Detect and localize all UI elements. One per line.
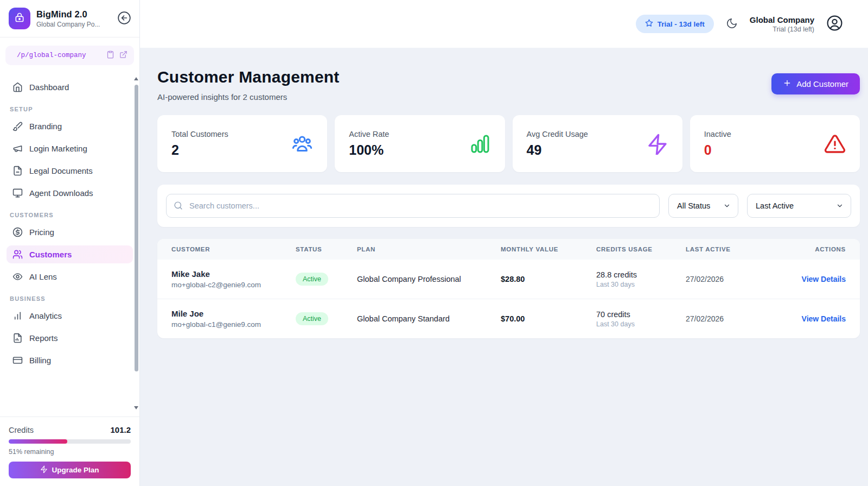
lock-icon — [14, 12, 25, 25]
users-group-icon — [291, 133, 313, 155]
sort-filter-select[interactable]: Last Active — [747, 194, 851, 218]
sidebar-item-legal-documents[interactable]: Legal Documents — [7, 162, 133, 180]
chevron-down-icon — [723, 202, 731, 210]
megaphone-icon — [12, 143, 23, 154]
dark-mode-toggle[interactable] — [726, 17, 738, 31]
column-header-actions: ACTIONS — [786, 246, 846, 253]
stat-value: 100% — [349, 142, 389, 158]
stat-value: 0 — [704, 142, 731, 158]
column-header-plan: PLAN — [357, 246, 501, 253]
credits-usage-period: Last 30 days — [596, 320, 686, 328]
sidebar-scrollbar[interactable] — [134, 77, 139, 409]
monitor-icon — [12, 188, 23, 198]
customer-email: mo+global-c2@genie9.com — [171, 281, 296, 289]
add-customer-label: Add Customer — [796, 79, 848, 89]
sidebar-item-label: Customers — [29, 250, 72, 259]
page-content: Customer Management AI-powered insights … — [140, 48, 868, 486]
moon-icon — [726, 17, 738, 31]
customer-name: Mile Joe — [171, 309, 296, 318]
upgrade-plan-label: Upgrade Plan — [52, 466, 99, 474]
add-customer-button[interactable]: Add Customer — [771, 73, 860, 94]
stat-label: Avg Credit Usage — [527, 130, 588, 138]
eye-icon — [12, 272, 23, 282]
trial-badge: Trial - 13d left — [636, 15, 714, 33]
sidebar-item-pricing[interactable]: Pricing — [7, 223, 133, 241]
credits-progress-fill — [9, 439, 67, 444]
plan-name: Global Company Standard — [357, 314, 501, 323]
view-details-link[interactable]: View Details — [802, 314, 846, 323]
stat-card-avg-credit-usage: Avg Credit Usage49 — [513, 115, 682, 172]
credit-card-icon — [12, 355, 23, 365]
collapse-sidebar-button[interactable] — [117, 11, 132, 26]
credits-footer: Credits 101.2 51% remaining Upgrade Plan — [0, 416, 139, 486]
page-title: Customer Management — [157, 68, 340, 86]
file-text-icon — [12, 166, 23, 176]
plus-icon — [783, 79, 792, 89]
credits-value: 101.2 — [110, 425, 131, 434]
search-input[interactable] — [166, 194, 660, 218]
column-header-customer: CUSTOMER — [171, 246, 296, 253]
column-header-last-active: LAST ACTIVE — [686, 246, 786, 253]
table-body: Mike Jakemo+global-c2@genie9.comActiveGl… — [157, 260, 860, 338]
scroll-up-arrow[interactable] — [134, 77, 138, 80]
brand-subtitle: Global Company Po... — [36, 21, 111, 28]
sidebar-item-login-marketing[interactable]: Login Marketing — [7, 140, 133, 157]
status-filter-select[interactable]: All Status — [668, 194, 738, 218]
zap-icon — [647, 133, 668, 155]
plan-name: Global Company Professional — [357, 275, 501, 283]
scroll-down-arrow[interactable] — [134, 406, 138, 409]
upgrade-plan-button[interactable]: Upgrade Plan — [9, 462, 131, 478]
sidebar: BigMind 2.0 Global Company Po... /p/glob… — [0, 0, 140, 486]
sidebar-item-dashboard[interactable]: Dashboard — [7, 78, 133, 96]
star-icon — [645, 19, 653, 29]
sidebar-item-label: Pricing — [29, 228, 54, 237]
sidebar-item-reports[interactable]: Reports — [7, 329, 133, 347]
arrow-left-circle-icon — [117, 18, 131, 27]
sidebar-item-label: Analytics — [29, 311, 62, 320]
page-heading-block: Customer Management AI-powered insights … — [157, 68, 340, 102]
paintbrush-icon — [12, 121, 23, 131]
credits-remaining: 51% remaining — [9, 448, 131, 456]
account-info: Global Company Trial (13d left) — [750, 15, 814, 33]
chevron-down-icon — [836, 202, 844, 210]
nav-section-label-setup: SETUP — [10, 106, 130, 112]
stat-card-active-rate: Active Rate100% — [335, 115, 505, 172]
brand-header: BigMind 2.0 Global Company Po... — [0, 0, 139, 37]
credits-label: Credits — [9, 426, 34, 434]
filter-bar: All Status Last Active — [157, 185, 860, 227]
copy-link-button[interactable] — [106, 51, 114, 60]
user-menu-button[interactable] — [826, 15, 843, 33]
sidebar-item-branding[interactable]: Branding — [7, 117, 133, 135]
home-icon — [12, 82, 23, 92]
portal-link-pill[interactable]: /p/global-company — [5, 46, 134, 65]
sidebar-item-ai-lens[interactable]: AI Lens — [7, 268, 133, 286]
stat-value: 49 — [527, 142, 588, 158]
monthly-value: $28.80 — [501, 275, 596, 283]
stat-label: Inactive — [704, 130, 731, 138]
open-link-button[interactable] — [119, 51, 127, 60]
stat-card-inactive: Inactive0 — [690, 115, 860, 172]
sidebar-item-customers[interactable]: Customers — [7, 245, 133, 263]
status-filter-value: All Status — [677, 201, 710, 210]
sidebar-item-label: Login Marketing — [29, 144, 87, 153]
main-area: Trial - 13d left Global Company Trial (1… — [140, 0, 868, 486]
sidebar-item-billing[interactable]: Billing — [7, 351, 133, 369]
column-header-credits-usage: CREDITS USAGE — [596, 246, 686, 253]
portal-url: /p/global-company — [17, 52, 101, 59]
sidebar-item-agent-downloads[interactable]: Agent Downloads — [7, 184, 133, 202]
divider — [0, 37, 139, 37]
sidebar-item-label: Branding — [29, 122, 62, 131]
view-details-link[interactable]: View Details — [802, 275, 846, 283]
credits-usage: 70 credits — [596, 310, 686, 319]
account-status: Trial (13d left) — [750, 26, 814, 33]
brand-text: BigMind 2.0 Global Company Po... — [36, 9, 111, 28]
sidebar-item-analytics[interactable]: Analytics — [7, 307, 133, 325]
search-icon — [174, 201, 183, 210]
scrollbar-thumb[interactable] — [135, 85, 138, 371]
customers-table: CUSTOMERSTATUSPLANMONTHLY VALUECREDITS U… — [157, 239, 860, 338]
credits-usage: 28.8 credits — [596, 270, 686, 279]
nav-section-label-business: BUSINESS — [10, 295, 130, 302]
sidebar-item-label: Reports — [29, 333, 58, 343]
app-root: BigMind 2.0 Global Company Po... /p/glob… — [0, 0, 868, 486]
customer-name: Mike Jake — [171, 269, 296, 279]
